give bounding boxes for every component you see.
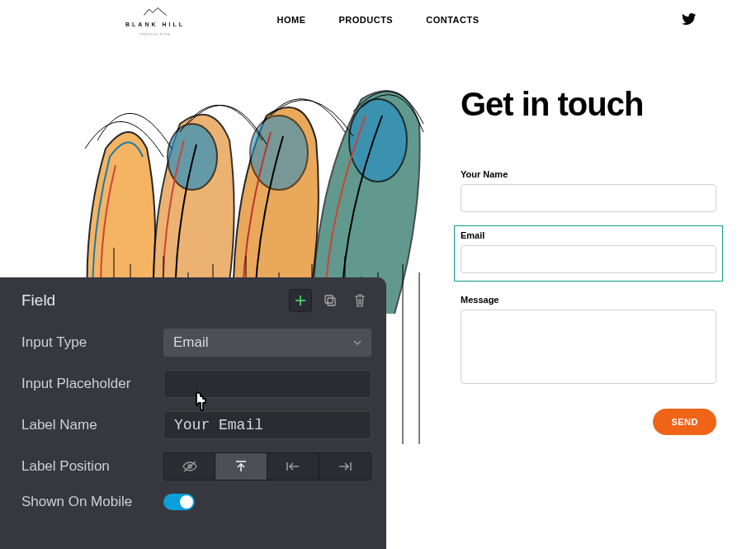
svg-point-3 — [349, 99, 407, 182]
field-message: Message — [461, 295, 716, 387]
delete-button[interactable] — [348, 289, 371, 312]
add-field-button[interactable] — [289, 289, 312, 312]
arrow-right-bar-icon — [338, 461, 352, 471]
input-placeholder-field[interactable] — [163, 370, 371, 398]
shown-on-mobile-toggle[interactable] — [163, 494, 195, 510]
brand-logo[interactable]: BLANK HILL PRODUCTION — [125, 7, 185, 36]
nav-home[interactable]: HOME — [276, 15, 305, 25]
label-pos-top[interactable] — [215, 452, 267, 480]
trash-icon — [354, 294, 366, 307]
name-label: Your Name — [461, 169, 716, 179]
mountain-icon — [143, 7, 168, 17]
send-button[interactable]: SEND — [653, 409, 716, 435]
input-type-label: Input Type — [21, 334, 163, 351]
nav-links: HOME PRODUCTS CONTACTS — [276, 15, 479, 25]
message-textarea[interactable] — [461, 310, 716, 384]
contact-heading: Get in touch — [461, 86, 716, 123]
email-label: Email — [461, 230, 716, 240]
copy-icon — [324, 294, 337, 307]
shown-on-mobile-label: Shown On Mobile — [21, 494, 163, 510]
nav-products[interactable]: PRODUCTS — [338, 15, 393, 25]
label-pos-hidden[interactable] — [163, 452, 215, 480]
email-input[interactable] — [461, 245, 716, 273]
contact-form: Get in touch Your Name Email Message SEN… — [461, 86, 716, 435]
label-position-segment — [163, 452, 371, 480]
label-pos-right[interactable] — [319, 452, 371, 480]
arrow-left-bar-icon — [286, 461, 300, 471]
editor-actions — [289, 289, 371, 312]
arrow-up-bar-icon — [235, 461, 247, 472]
input-type-value: Email — [173, 334, 209, 351]
name-input[interactable] — [461, 184, 716, 212]
label-name-field[interactable] — [163, 411, 371, 439]
label-position-label: Label Position — [21, 458, 163, 475]
field-name: Your Name — [461, 169, 716, 212]
svg-rect-21 — [328, 298, 335, 305]
editor-header: Field — [0, 277, 386, 329]
message-label: Message — [461, 295, 716, 305]
label-name-label: Label Name — [21, 417, 163, 433]
brand-subtitle: PRODUCTION — [140, 32, 171, 36]
brand-name: BLANK HILL — [125, 21, 185, 27]
input-placeholder-label: Input Placeholder — [21, 376, 163, 392]
editor-title: Field — [21, 291, 55, 310]
input-type-select[interactable]: Email — [163, 329, 371, 357]
twitter-icon[interactable] — [682, 13, 697, 29]
plus-icon — [295, 295, 306, 306]
svg-rect-20 — [325, 296, 333, 303]
field-email[interactable]: Email — [454, 225, 723, 282]
eye-off-icon — [182, 461, 198, 472]
duplicate-button[interactable] — [319, 289, 342, 312]
top-nav: BLANK HILL PRODUCTION HOME PRODUCTS CONT… — [0, 0, 756, 40]
field-editor-panel: Field Input Type Email Input Placeh — [0, 277, 386, 549]
chevron-down-icon — [353, 340, 361, 345]
nav-contacts[interactable]: CONTACTS — [426, 15, 479, 25]
label-pos-left[interactable] — [267, 452, 319, 480]
